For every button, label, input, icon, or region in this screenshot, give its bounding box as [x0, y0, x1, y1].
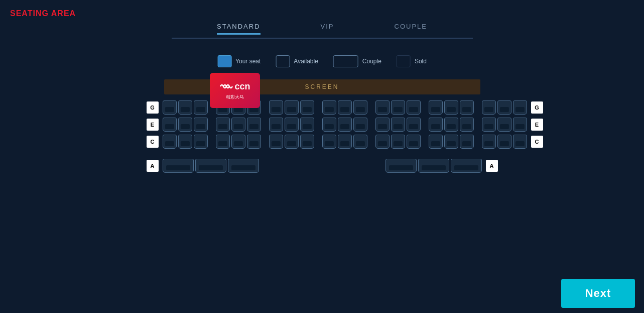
couple-label: Couple	[362, 58, 381, 65]
seat-g13[interactable]	[375, 100, 390, 115]
tabs-container: STANDARD VIP COUPLE	[172, 23, 473, 39]
seat-e16[interactable]	[429, 118, 443, 132]
seat-g11[interactable]	[338, 100, 352, 115]
seat-c9[interactable]	[300, 135, 314, 149]
couple-seat-a1[interactable]	[163, 159, 194, 173]
seat-e9[interactable]	[300, 118, 314, 132]
row-a-groups	[161, 159, 484, 173]
seat-e10[interactable]	[322, 118, 336, 132]
row-c-group-3	[269, 135, 314, 149]
seat-g3[interactable]	[194, 100, 208, 115]
seat-e17[interactable]	[444, 118, 458, 132]
next-button[interactable]: Next	[561, 279, 635, 308]
seat-e6[interactable]	[247, 118, 261, 132]
couple-row-gap	[267, 159, 377, 173]
legend-sold: Sold	[397, 55, 427, 67]
seat-e11[interactable]	[338, 118, 352, 132]
seat-c8[interactable]	[285, 135, 299, 149]
seat-e12[interactable]	[353, 118, 367, 132]
ccn-text: ccn	[234, 81, 250, 92]
seat-e4[interactable]	[216, 118, 230, 132]
seat-e2[interactable]	[178, 118, 192, 132]
seat-c14[interactable]	[391, 135, 405, 149]
seat-c17[interactable]	[444, 135, 458, 149]
seat-g15[interactable]	[407, 100, 421, 115]
seat-g7[interactable]	[269, 100, 283, 115]
legend-available: Available	[276, 55, 318, 67]
seat-c5[interactable]	[231, 135, 245, 149]
seat-c10[interactable]	[322, 135, 336, 149]
your-seat-icon	[217, 55, 231, 67]
seat-c7[interactable]	[269, 135, 283, 149]
seat-g16[interactable]	[429, 100, 443, 115]
seat-g9[interactable]	[300, 100, 314, 115]
row-label-c-left: C	[147, 136, 159, 148]
row-g-group-6	[429, 100, 474, 115]
seat-e7[interactable]	[269, 118, 283, 132]
legend-your-seat: Your seat	[217, 55, 261, 67]
row-e-group-3	[269, 118, 314, 132]
seat-e20[interactable]	[497, 118, 511, 132]
couple-seat-a3[interactable]	[228, 159, 259, 173]
seat-g17[interactable]	[444, 100, 458, 115]
your-seat-label: Your seat	[235, 58, 261, 65]
seat-c12[interactable]	[353, 135, 367, 149]
seat-c2[interactable]	[178, 135, 192, 149]
couple-seat-a5[interactable]	[418, 159, 449, 173]
row-e-group-7	[482, 118, 527, 132]
row-e-group-4	[322, 118, 367, 132]
seat-e14[interactable]	[391, 118, 405, 132]
seat-g20[interactable]	[497, 100, 511, 115]
seat-c1[interactable]	[163, 135, 177, 149]
seat-c4[interactable]	[216, 135, 230, 149]
seat-e13[interactable]	[375, 118, 390, 132]
seat-e19[interactable]	[482, 118, 496, 132]
seat-e15[interactable]	[407, 118, 421, 132]
couple-seat-a2[interactable]	[195, 159, 226, 173]
row-c-group-2	[216, 135, 261, 149]
seat-g2[interactable]	[178, 100, 192, 115]
seat-c16[interactable]	[429, 135, 443, 149]
tab-standard[interactable]: STANDARD	[217, 23, 261, 35]
row-c-group-5	[375, 135, 421, 149]
legend-couple: Couple	[333, 55, 381, 67]
row-label-a-left: A	[147, 160, 159, 172]
seat-e1[interactable]	[163, 118, 177, 132]
row-label-g-right: G	[531, 101, 543, 114]
seat-c3[interactable]	[194, 135, 208, 149]
seat-e18[interactable]	[460, 118, 474, 132]
seat-g18[interactable]	[460, 100, 474, 115]
couple-seat-a6[interactable]	[451, 159, 482, 173]
row-c-group-1	[163, 135, 208, 149]
seat-c18[interactable]	[460, 135, 474, 149]
tab-couple[interactable]: COUPLE	[395, 23, 427, 34]
row-label-g-left: G	[147, 101, 159, 114]
seat-c20[interactable]	[497, 135, 511, 149]
seat-e21[interactable]	[513, 118, 527, 132]
row-e-group-1	[163, 118, 208, 132]
seat-e3[interactable]	[194, 118, 208, 132]
row-c-groups	[161, 135, 529, 149]
seat-g12[interactable]	[353, 100, 367, 115]
tab-vip[interactable]: VIP	[321, 23, 334, 34]
seat-g19[interactable]	[482, 100, 496, 115]
row-g-group-3	[269, 100, 314, 115]
row-e-groups	[161, 118, 529, 132]
seat-e8[interactable]	[285, 118, 299, 132]
seat-g8[interactable]	[285, 100, 299, 115]
couple-seat-a4[interactable]	[385, 159, 417, 173]
seat-g1[interactable]	[163, 100, 177, 115]
seat-row-g: G	[147, 100, 498, 115]
seat-c15[interactable]	[407, 135, 421, 149]
seat-c11[interactable]	[338, 135, 352, 149]
seat-c21[interactable]	[513, 135, 527, 149]
row-label-e-left: E	[147, 119, 159, 131]
seat-c6[interactable]	[247, 135, 261, 149]
seat-c13[interactable]	[375, 135, 390, 149]
seat-g14[interactable]	[391, 100, 405, 115]
seat-g10[interactable]	[322, 100, 336, 115]
row-c-group-7	[482, 135, 527, 149]
seat-g21[interactable]	[513, 100, 527, 115]
seat-e5[interactable]	[231, 118, 245, 132]
seat-c19[interactable]	[482, 135, 496, 149]
